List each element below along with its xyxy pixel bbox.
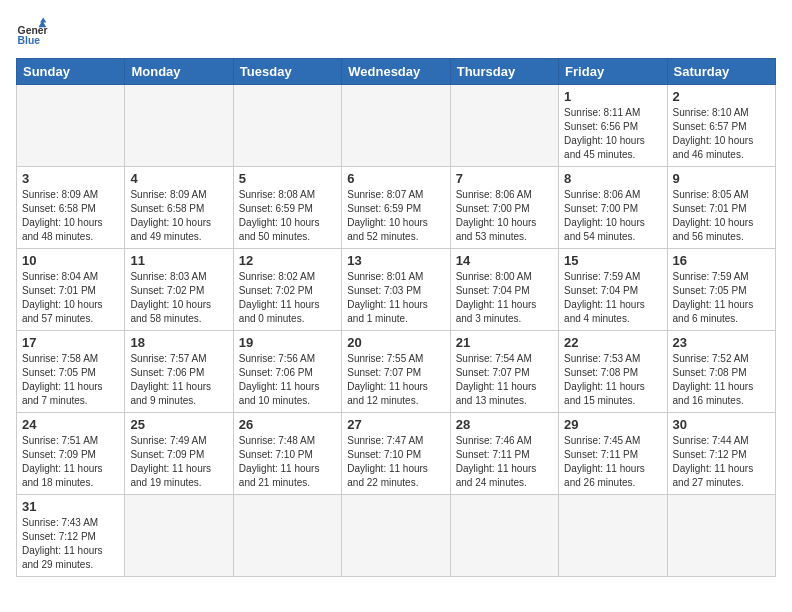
day-number: 25 [130, 417, 227, 432]
day-number: 6 [347, 171, 444, 186]
calendar-week-row: 3Sunrise: 8:09 AM Sunset: 6:58 PM Daylig… [17, 167, 776, 249]
calendar-day-cell: 15Sunrise: 7:59 AM Sunset: 7:04 PM Dayli… [559, 249, 667, 331]
day-number: 18 [130, 335, 227, 350]
day-info: Sunrise: 7:55 AM Sunset: 7:07 PM Dayligh… [347, 352, 444, 408]
calendar-day-cell [342, 85, 450, 167]
day-info: Sunrise: 7:44 AM Sunset: 7:12 PM Dayligh… [673, 434, 770, 490]
calendar-day-cell: 23Sunrise: 7:52 AM Sunset: 7:08 PM Dayli… [667, 331, 775, 413]
calendar-header-row: SundayMondayTuesdayWednesdayThursdayFrid… [17, 59, 776, 85]
calendar-week-row: 10Sunrise: 8:04 AM Sunset: 7:01 PM Dayli… [17, 249, 776, 331]
calendar-day-cell: 18Sunrise: 7:57 AM Sunset: 7:06 PM Dayli… [125, 331, 233, 413]
day-number: 12 [239, 253, 336, 268]
day-info: Sunrise: 8:00 AM Sunset: 7:04 PM Dayligh… [456, 270, 553, 326]
calendar-day-cell [125, 85, 233, 167]
day-number: 21 [456, 335, 553, 350]
day-number: 16 [673, 253, 770, 268]
day-info: Sunrise: 8:10 AM Sunset: 6:57 PM Dayligh… [673, 106, 770, 162]
day-info: Sunrise: 7:51 AM Sunset: 7:09 PM Dayligh… [22, 434, 119, 490]
calendar-day-cell: 8Sunrise: 8:06 AM Sunset: 7:00 PM Daylig… [559, 167, 667, 249]
calendar-day-cell: 7Sunrise: 8:06 AM Sunset: 7:00 PM Daylig… [450, 167, 558, 249]
calendar-day-cell [450, 85, 558, 167]
calendar-day-cell: 12Sunrise: 8:02 AM Sunset: 7:02 PM Dayli… [233, 249, 341, 331]
day-number: 1 [564, 89, 661, 104]
calendar-day-cell [342, 495, 450, 577]
day-info: Sunrise: 7:59 AM Sunset: 7:04 PM Dayligh… [564, 270, 661, 326]
calendar-day-cell: 3Sunrise: 8:09 AM Sunset: 6:58 PM Daylig… [17, 167, 125, 249]
calendar-day-cell: 14Sunrise: 8:00 AM Sunset: 7:04 PM Dayli… [450, 249, 558, 331]
day-number: 24 [22, 417, 119, 432]
day-info: Sunrise: 8:05 AM Sunset: 7:01 PM Dayligh… [673, 188, 770, 244]
logo: General Blue [16, 16, 54, 48]
day-info: Sunrise: 7:53 AM Sunset: 7:08 PM Dayligh… [564, 352, 661, 408]
weekday-header-friday: Friday [559, 59, 667, 85]
calendar-week-row: 31Sunrise: 7:43 AM Sunset: 7:12 PM Dayli… [17, 495, 776, 577]
calendar-table: SundayMondayTuesdayWednesdayThursdayFrid… [16, 58, 776, 577]
day-number: 15 [564, 253, 661, 268]
calendar-day-cell [233, 495, 341, 577]
day-number: 22 [564, 335, 661, 350]
calendar-day-cell: 9Sunrise: 8:05 AM Sunset: 7:01 PM Daylig… [667, 167, 775, 249]
calendar-day-cell: 16Sunrise: 7:59 AM Sunset: 7:05 PM Dayli… [667, 249, 775, 331]
calendar-day-cell [667, 495, 775, 577]
day-info: Sunrise: 7:49 AM Sunset: 7:09 PM Dayligh… [130, 434, 227, 490]
calendar-week-row: 24Sunrise: 7:51 AM Sunset: 7:09 PM Dayli… [17, 413, 776, 495]
day-number: 3 [22, 171, 119, 186]
day-info: Sunrise: 8:04 AM Sunset: 7:01 PM Dayligh… [22, 270, 119, 326]
calendar-week-row: 1Sunrise: 8:11 AM Sunset: 6:56 PM Daylig… [17, 85, 776, 167]
calendar-day-cell: 5Sunrise: 8:08 AM Sunset: 6:59 PM Daylig… [233, 167, 341, 249]
calendar-day-cell: 29Sunrise: 7:45 AM Sunset: 7:11 PM Dayli… [559, 413, 667, 495]
calendar-day-cell: 28Sunrise: 7:46 AM Sunset: 7:11 PM Dayli… [450, 413, 558, 495]
day-number: 23 [673, 335, 770, 350]
calendar-day-cell: 1Sunrise: 8:11 AM Sunset: 6:56 PM Daylig… [559, 85, 667, 167]
weekday-header-tuesday: Tuesday [233, 59, 341, 85]
day-info: Sunrise: 7:45 AM Sunset: 7:11 PM Dayligh… [564, 434, 661, 490]
logo-icon: General Blue [16, 16, 48, 48]
calendar-day-cell: 21Sunrise: 7:54 AM Sunset: 7:07 PM Dayli… [450, 331, 558, 413]
day-number: 14 [456, 253, 553, 268]
day-number: 5 [239, 171, 336, 186]
calendar-day-cell: 31Sunrise: 7:43 AM Sunset: 7:12 PM Dayli… [17, 495, 125, 577]
day-info: Sunrise: 7:56 AM Sunset: 7:06 PM Dayligh… [239, 352, 336, 408]
calendar-day-cell [17, 85, 125, 167]
day-number: 20 [347, 335, 444, 350]
day-info: Sunrise: 7:57 AM Sunset: 7:06 PM Dayligh… [130, 352, 227, 408]
day-number: 7 [456, 171, 553, 186]
day-number: 31 [22, 499, 119, 514]
calendar-day-cell: 6Sunrise: 8:07 AM Sunset: 6:59 PM Daylig… [342, 167, 450, 249]
calendar-day-cell: 24Sunrise: 7:51 AM Sunset: 7:09 PM Dayli… [17, 413, 125, 495]
day-number: 27 [347, 417, 444, 432]
calendar-day-cell [125, 495, 233, 577]
day-info: Sunrise: 8:08 AM Sunset: 6:59 PM Dayligh… [239, 188, 336, 244]
calendar-day-cell [233, 85, 341, 167]
svg-marker-2 [40, 18, 46, 23]
calendar-day-cell: 17Sunrise: 7:58 AM Sunset: 7:05 PM Dayli… [17, 331, 125, 413]
weekday-header-saturday: Saturday [667, 59, 775, 85]
calendar-day-cell: 10Sunrise: 8:04 AM Sunset: 7:01 PM Dayli… [17, 249, 125, 331]
weekday-header-sunday: Sunday [17, 59, 125, 85]
day-number: 17 [22, 335, 119, 350]
day-info: Sunrise: 7:52 AM Sunset: 7:08 PM Dayligh… [673, 352, 770, 408]
calendar-day-cell: 19Sunrise: 7:56 AM Sunset: 7:06 PM Dayli… [233, 331, 341, 413]
day-info: Sunrise: 7:59 AM Sunset: 7:05 PM Dayligh… [673, 270, 770, 326]
day-info: Sunrise: 8:06 AM Sunset: 7:00 PM Dayligh… [564, 188, 661, 244]
day-number: 29 [564, 417, 661, 432]
calendar-day-cell: 26Sunrise: 7:48 AM Sunset: 7:10 PM Dayli… [233, 413, 341, 495]
day-number: 19 [239, 335, 336, 350]
day-info: Sunrise: 8:02 AM Sunset: 7:02 PM Dayligh… [239, 270, 336, 326]
day-info: Sunrise: 7:43 AM Sunset: 7:12 PM Dayligh… [22, 516, 119, 572]
weekday-header-wednesday: Wednesday [342, 59, 450, 85]
day-info: Sunrise: 8:09 AM Sunset: 6:58 PM Dayligh… [22, 188, 119, 244]
day-info: Sunrise: 8:09 AM Sunset: 6:58 PM Dayligh… [130, 188, 227, 244]
day-info: Sunrise: 8:06 AM Sunset: 7:00 PM Dayligh… [456, 188, 553, 244]
weekday-header-thursday: Thursday [450, 59, 558, 85]
day-info: Sunrise: 8:11 AM Sunset: 6:56 PM Dayligh… [564, 106, 661, 162]
calendar-day-cell: 22Sunrise: 7:53 AM Sunset: 7:08 PM Dayli… [559, 331, 667, 413]
calendar-day-cell [450, 495, 558, 577]
calendar-day-cell [559, 495, 667, 577]
calendar-day-cell: 20Sunrise: 7:55 AM Sunset: 7:07 PM Dayli… [342, 331, 450, 413]
day-number: 9 [673, 171, 770, 186]
day-info: Sunrise: 7:54 AM Sunset: 7:07 PM Dayligh… [456, 352, 553, 408]
calendar-day-cell: 27Sunrise: 7:47 AM Sunset: 7:10 PM Dayli… [342, 413, 450, 495]
calendar-day-cell: 13Sunrise: 8:01 AM Sunset: 7:03 PM Dayli… [342, 249, 450, 331]
day-number: 2 [673, 89, 770, 104]
